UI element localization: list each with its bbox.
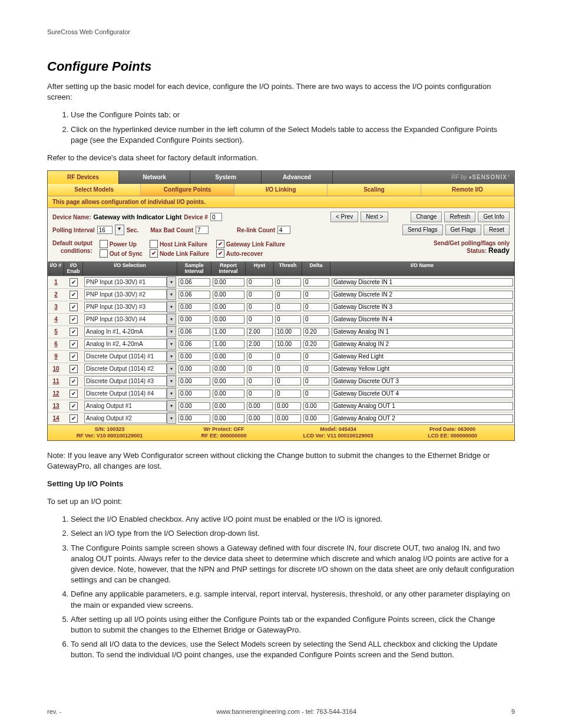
chk-nodelink[interactable]: ✔: [150, 249, 158, 258]
dropdown-icon[interactable]: ▾: [167, 375, 176, 387]
dropdown-icon[interactable]: ▾: [167, 388, 176, 399]
subtab-scaling[interactable]: Scaling: [328, 184, 421, 196]
chk-powerup[interactable]: [100, 240, 108, 248]
report-interval-input[interactable]: [213, 328, 244, 336]
io-name-input[interactable]: [332, 291, 513, 299]
thresh-input[interactable]: [275, 340, 301, 348]
polling-input[interactable]: [97, 226, 113, 234]
report-interval-input[interactable]: [213, 291, 244, 299]
report-interval-input[interactable]: [213, 377, 244, 386]
hyst-input[interactable]: [247, 353, 273, 361]
subtab-remote-io[interactable]: Remote I/O: [421, 184, 514, 196]
chk-outofsync[interactable]: [100, 249, 108, 258]
sample-interval-input[interactable]: [178, 390, 210, 398]
thresh-input[interactable]: [275, 402, 301, 410]
io-selection[interactable]: PNP Input (10-30V) #4: [84, 314, 167, 324]
io-selection[interactable]: Discrete Output (1014) #3: [84, 376, 167, 386]
report-interval-input[interactable]: [213, 353, 244, 361]
io-selection[interactable]: Analog In #1, 4-20mA: [84, 327, 167, 337]
io-enab-checkbox[interactable]: ✔: [70, 365, 78, 373]
thresh-input[interactable]: [275, 377, 301, 386]
report-interval-input[interactable]: [213, 340, 244, 348]
delta-input[interactable]: [303, 340, 329, 348]
sample-interval-input[interactable]: [178, 353, 210, 361]
report-interval-input[interactable]: [213, 390, 244, 398]
hyst-input[interactable]: [247, 377, 273, 386]
io-selection[interactable]: PNP Input (10-30V) #3: [84, 302, 167, 312]
dropdown-icon[interactable]: ▾: [167, 276, 176, 288]
hyst-input[interactable]: [247, 278, 273, 286]
io-name-input[interactable]: [332, 365, 513, 373]
io-selection[interactable]: Discrete Output (1014) #2: [84, 364, 167, 374]
io-enab-checkbox[interactable]: ✔: [70, 303, 78, 311]
dropdown-icon[interactable]: ▾: [167, 301, 176, 312]
io-enab-checkbox[interactable]: ✔: [70, 291, 78, 299]
thresh-input[interactable]: [275, 390, 301, 398]
subtab-configure-points[interactable]: Configure Points: [141, 184, 234, 196]
sample-interval-input[interactable]: [178, 303, 210, 311]
io-selection[interactable]: PNP Input (10-30V) #1: [84, 277, 167, 287]
polling-unit-select[interactable]: ▾: [115, 225, 124, 235]
dropdown-icon[interactable]: ▾: [167, 400, 176, 411]
hyst-input[interactable]: [247, 402, 273, 410]
io-enab-checkbox[interactable]: ✔: [70, 340, 78, 348]
io-name-input[interactable]: [332, 402, 513, 410]
sample-interval-input[interactable]: [178, 291, 210, 299]
dropdown-icon[interactable]: ▾: [167, 351, 176, 362]
io-enab-checkbox[interactable]: ✔: [70, 328, 78, 336]
hyst-input[interactable]: [247, 340, 273, 348]
delta-input[interactable]: [303, 377, 329, 386]
sample-interval-input[interactable]: [178, 328, 210, 336]
io-selection[interactable]: PNP Input (10-30V) #2: [84, 289, 167, 299]
io-name-input[interactable]: [332, 328, 513, 336]
sample-interval-input[interactable]: [178, 315, 210, 324]
maxbad-input[interactable]: [196, 226, 209, 234]
thresh-input[interactable]: [275, 365, 301, 373]
hyst-input[interactable]: [247, 291, 273, 299]
delta-input[interactable]: [303, 353, 329, 361]
prev-button[interactable]: < Prev: [330, 212, 358, 222]
hyst-input[interactable]: [247, 315, 273, 324]
thresh-input[interactable]: [275, 303, 301, 311]
hyst-input[interactable]: [247, 365, 273, 373]
chk-hostlink[interactable]: [150, 240, 158, 248]
io-name-input[interactable]: [332, 353, 513, 361]
io-num-link[interactable]: 6: [48, 341, 64, 347]
io-selection[interactable]: Analog Output #1: [84, 401, 167, 411]
dropdown-icon[interactable]: ▾: [167, 326, 176, 337]
thresh-input[interactable]: [275, 315, 301, 324]
io-name-input[interactable]: [332, 315, 513, 324]
report-interval-input[interactable]: [213, 402, 244, 410]
reset-button[interactable]: Reset: [484, 225, 510, 235]
io-name-input[interactable]: [332, 278, 513, 286]
io-enab-checkbox[interactable]: ✔: [70, 353, 78, 361]
io-name-input[interactable]: [332, 390, 513, 398]
io-num-link[interactable]: 1: [48, 279, 64, 285]
io-name-input[interactable]: [332, 303, 513, 311]
io-enab-checkbox[interactable]: ✔: [70, 414, 78, 423]
hyst-input[interactable]: [247, 328, 273, 336]
io-name-input[interactable]: [332, 414, 513, 423]
dropdown-icon[interactable]: ▾: [167, 289, 176, 300]
device-no-input[interactable]: [210, 213, 222, 221]
thresh-input[interactable]: [275, 414, 301, 423]
relink-input[interactable]: [277, 226, 290, 234]
io-num-link[interactable]: 4: [48, 316, 64, 322]
delta-input[interactable]: [303, 402, 329, 410]
report-interval-input[interactable]: [213, 414, 244, 423]
sample-interval-input[interactable]: [178, 377, 210, 386]
thresh-input[interactable]: [275, 278, 301, 286]
report-interval-input[interactable]: [213, 315, 244, 324]
io-num-link[interactable]: 12: [48, 390, 64, 397]
sample-interval-input[interactable]: [178, 365, 210, 373]
io-num-link[interactable]: 10: [48, 365, 64, 372]
hyst-input[interactable]: [247, 303, 273, 311]
hyst-input[interactable]: [247, 414, 273, 423]
io-enab-checkbox[interactable]: ✔: [70, 315, 78, 324]
subtab-io-linking[interactable]: I/O Linking: [234, 184, 328, 196]
io-num-link[interactable]: 14: [48, 415, 64, 421]
dropdown-icon[interactable]: ▾: [167, 338, 176, 350]
io-selection[interactable]: Discrete Output (1014) #4: [84, 388, 167, 398]
delta-input[interactable]: [303, 390, 329, 398]
io-name-input[interactable]: [332, 340, 513, 348]
